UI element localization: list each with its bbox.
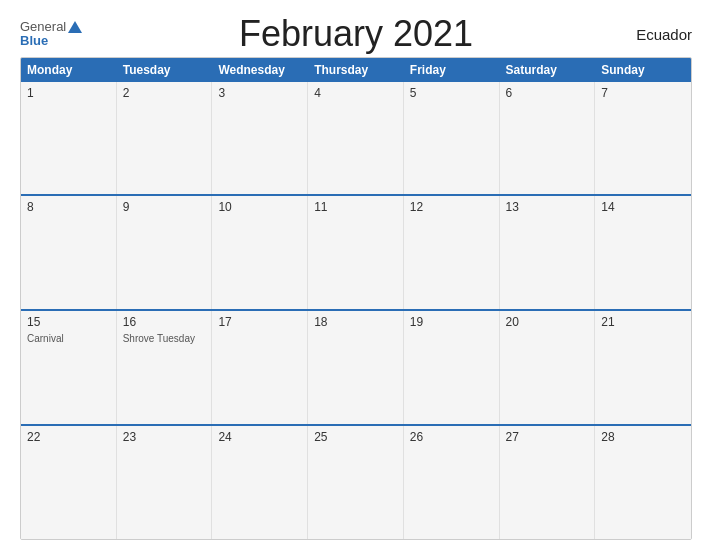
calendar: MondayTuesdayWednesdayThursdayFridaySatu… [20, 57, 692, 540]
calendar-cell: 15Carnival [21, 311, 117, 424]
day-number: 17 [218, 315, 301, 329]
day-number: 12 [410, 200, 493, 214]
logo-blue-text: Blue [20, 34, 48, 48]
calendar-cell: 14 [595, 196, 691, 309]
calendar-cell: 4 [308, 82, 404, 195]
calendar-cell: 22 [21, 426, 117, 539]
day-number: 26 [410, 430, 493, 444]
day-number: 23 [123, 430, 206, 444]
calendar-cell: 9 [117, 196, 213, 309]
calendar-row: 22232425262728 [21, 424, 691, 539]
calendar-row: 15Carnival16Shrove Tuesday1718192021 [21, 309, 691, 424]
weekday-header: Thursday [308, 58, 404, 82]
weekday-header: Wednesday [212, 58, 308, 82]
day-number: 21 [601, 315, 685, 329]
calendar-row: 891011121314 [21, 194, 691, 309]
day-number: 10 [218, 200, 301, 214]
calendar-cell: 10 [212, 196, 308, 309]
day-number: 9 [123, 200, 206, 214]
day-number: 6 [506, 86, 589, 100]
day-number: 24 [218, 430, 301, 444]
calendar-row: 1234567 [21, 82, 691, 195]
calendar-cell: 1 [21, 82, 117, 195]
weekday-header: Tuesday [117, 58, 213, 82]
day-number: 7 [601, 86, 685, 100]
calendar-header: MondayTuesdayWednesdayThursdayFridaySatu… [21, 58, 691, 82]
day-number: 1 [27, 86, 110, 100]
day-number: 8 [27, 200, 110, 214]
day-number: 22 [27, 430, 110, 444]
day-number: 3 [218, 86, 301, 100]
day-number: 14 [601, 200, 685, 214]
logo-triangle-icon [68, 21, 82, 33]
calendar-cell: 12 [404, 196, 500, 309]
calendar-cell: 24 [212, 426, 308, 539]
logo: General Blue [20, 20, 82, 49]
calendar-cell: 25 [308, 426, 404, 539]
calendar-cell: 3 [212, 82, 308, 195]
calendar-cell: 20 [500, 311, 596, 424]
calendar-cell: 23 [117, 426, 213, 539]
weekday-header: Friday [404, 58, 500, 82]
day-number: 28 [601, 430, 685, 444]
day-number: 2 [123, 86, 206, 100]
logo-general-text: General [20, 20, 66, 34]
page: General Blue February 2021 Ecuador Monda… [0, 0, 712, 550]
weekday-header: Monday [21, 58, 117, 82]
calendar-cell: 11 [308, 196, 404, 309]
day-number: 25 [314, 430, 397, 444]
calendar-cell: 7 [595, 82, 691, 195]
header: General Blue February 2021 Ecuador [20, 20, 692, 49]
calendar-cell: 18 [308, 311, 404, 424]
calendar-cell: 5 [404, 82, 500, 195]
day-number: 20 [506, 315, 589, 329]
day-number: 13 [506, 200, 589, 214]
weekday-header: Sunday [595, 58, 691, 82]
calendar-cell: 19 [404, 311, 500, 424]
weekday-header: Saturday [500, 58, 596, 82]
calendar-cell: 21 [595, 311, 691, 424]
calendar-cell: 28 [595, 426, 691, 539]
day-number: 18 [314, 315, 397, 329]
calendar-cell: 13 [500, 196, 596, 309]
calendar-cell: 6 [500, 82, 596, 195]
calendar-cell: 16Shrove Tuesday [117, 311, 213, 424]
day-number: 5 [410, 86, 493, 100]
calendar-body: 123456789101112131415Carnival16Shrove Tu… [21, 82, 691, 539]
day-number: 11 [314, 200, 397, 214]
country-label: Ecuador [636, 26, 692, 43]
calendar-cell: 8 [21, 196, 117, 309]
day-number: 19 [410, 315, 493, 329]
event-label: Carnival [27, 333, 110, 344]
day-number: 16 [123, 315, 206, 329]
calendar-cell: 26 [404, 426, 500, 539]
calendar-cell: 27 [500, 426, 596, 539]
month-title: February 2021 [239, 13, 473, 55]
day-number: 4 [314, 86, 397, 100]
day-number: 15 [27, 315, 110, 329]
event-label: Shrove Tuesday [123, 333, 206, 344]
calendar-cell: 2 [117, 82, 213, 195]
day-number: 27 [506, 430, 589, 444]
calendar-cell: 17 [212, 311, 308, 424]
